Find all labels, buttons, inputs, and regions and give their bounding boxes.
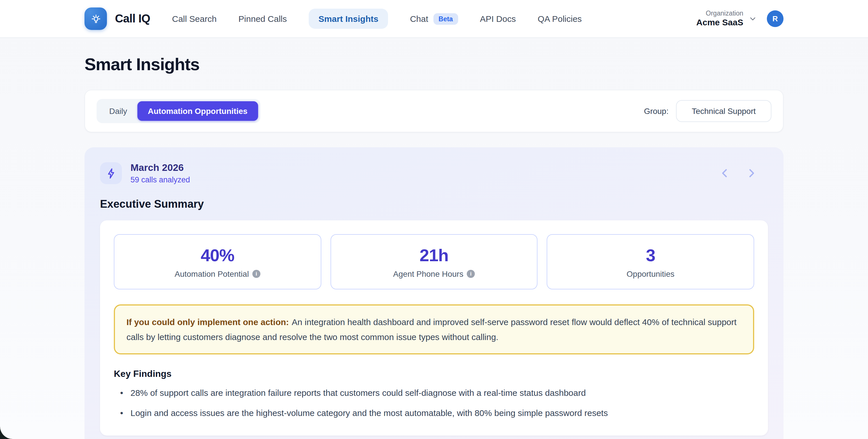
bolt-icon-container: [100, 162, 122, 184]
chevron-right-icon: [745, 167, 757, 179]
stat-card-opportunities: 3 Opportunities: [547, 234, 754, 289]
group-select[interactable]: Technical Support: [676, 100, 771, 122]
top-nav: Call IQ Call Search Pinned Calls Smart I…: [0, 0, 868, 38]
stat-card-agent-phone-hours: 21h Agent Phone Hours i: [330, 234, 537, 289]
calls-analyzed: 59 calls analyzed: [130, 175, 190, 184]
tab-smart-insights[interactable]: Smart Insights: [309, 9, 388, 29]
key-findings-title: Key Findings: [114, 369, 754, 379]
app-logo: [85, 7, 107, 30]
list-item: • Login and access issues are the highes…: [114, 407, 754, 419]
info-icon[interactable]: i: [252, 269, 260, 277]
app-window: Call IQ Call Search Pinned Calls Smart I…: [0, 0, 868, 439]
insight-month: March 2026: [130, 162, 190, 174]
stat-value: 21h: [420, 245, 448, 265]
view-toggle: Daily Automation Opportunities: [97, 99, 260, 123]
list-item: • 28% of support calls are integration f…: [114, 387, 754, 399]
beta-badge: Beta: [433, 13, 458, 25]
stat-value: 40%: [200, 245, 234, 265]
page-title: Smart Insights: [85, 55, 783, 74]
stats-row: 40% Automation Potential i 21h Agent Pho…: [114, 234, 754, 289]
organization-name: Acme SaaS: [696, 18, 743, 28]
callout-lead: If you could only implement one action:: [126, 317, 289, 327]
insight-card: March 2026 59 calls analyzed: [85, 147, 783, 439]
organization-switcher[interactable]: Organization Acme SaaS: [696, 9, 743, 28]
tab-qa-policies[interactable]: QA Policies: [538, 14, 582, 24]
lightning-bolt-icon: [105, 167, 117, 179]
tab-pinned-calls[interactable]: Pinned Calls: [239, 14, 287, 24]
brand: Call IQ: [85, 7, 150, 30]
tab-api-docs[interactable]: API Docs: [480, 14, 516, 24]
nav-tabs: Call Search Pinned Calls Smart Insights …: [172, 9, 582, 29]
bullet-icon: •: [120, 387, 123, 399]
previous-month-button[interactable]: [718, 167, 731, 179]
daily-toggle-button[interactable]: Daily: [99, 101, 137, 121]
one-action-callout: If you could only implement one action:A…: [114, 304, 754, 354]
bullet-icon: •: [120, 407, 123, 419]
call-iq-app: Call IQ Call Search Pinned Calls Smart I…: [0, 0, 868, 439]
organization-label: Organization: [696, 9, 743, 18]
chevron-left-icon: [718, 167, 731, 179]
executive-summary-card: 40% Automation Potential i 21h Agent Pho…: [100, 221, 768, 435]
tab-call-search[interactable]: Call Search: [172, 14, 217, 24]
automation-opportunities-toggle-button[interactable]: Automation Opportunities: [137, 101, 258, 121]
controls-card: Daily Automation Opportunities Group: Te…: [85, 90, 783, 132]
stat-value: 3: [646, 245, 655, 265]
stat-label: Agent Phone Hours: [393, 269, 463, 278]
lightbulb-icon: [89, 12, 102, 25]
group-label: Group:: [644, 107, 669, 116]
stat-label: Opportunities: [626, 269, 675, 278]
stat-card-automation-potential: 40% Automation Potential i: [114, 234, 321, 289]
executive-summary-title: Executive Summary: [100, 198, 768, 211]
tab-chat[interactable]: Chat Beta: [410, 13, 458, 25]
insight-header: March 2026 59 calls analyzed: [100, 162, 768, 184]
main-content: Smart Insights Daily Automation Opportun…: [85, 55, 783, 439]
user-avatar[interactable]: R: [767, 10, 783, 27]
next-month-button[interactable]: [745, 167, 757, 179]
info-icon[interactable]: i: [467, 269, 475, 277]
stat-label: Automation Potential: [175, 269, 249, 278]
key-findings-list: • 28% of support calls are integration f…: [114, 387, 754, 419]
chevron-down-icon[interactable]: [748, 14, 757, 23]
brand-name: Call IQ: [115, 12, 150, 25]
